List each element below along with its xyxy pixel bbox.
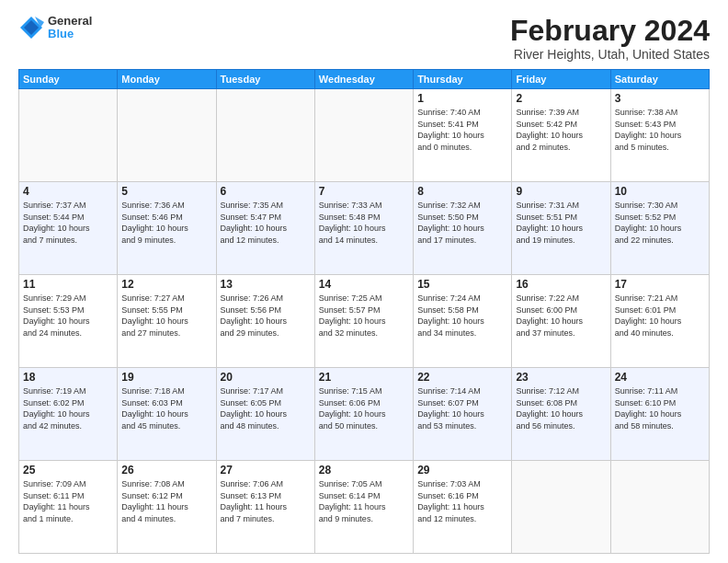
day-number: 5	[121, 185, 211, 198]
day-number: 14	[319, 278, 409, 291]
table-row	[216, 89, 314, 182]
table-row: 19Sunrise: 7:18 AM Sunset: 6:03 PM Dayli…	[118, 368, 216, 461]
day-number: 16	[516, 278, 606, 291]
day-number: 15	[417, 278, 507, 291]
table-row: 1Sunrise: 7:40 AM Sunset: 5:41 PM Daylig…	[414, 89, 512, 182]
day-detail: Sunrise: 7:37 AM Sunset: 5:44 PM Dayligh…	[23, 200, 113, 246]
day-detail: Sunrise: 7:08 AM Sunset: 6:12 PM Dayligh…	[121, 478, 211, 524]
table-row	[610, 461, 709, 554]
day-number: 24	[615, 371, 705, 384]
day-detail: Sunrise: 7:32 AM Sunset: 5:50 PM Dayligh…	[417, 200, 507, 246]
day-number: 2	[516, 92, 606, 105]
day-number: 4	[23, 185, 113, 198]
table-row: 2Sunrise: 7:39 AM Sunset: 5:42 PM Daylig…	[512, 89, 610, 182]
day-detail: Sunrise: 7:29 AM Sunset: 5:53 PM Dayligh…	[23, 293, 113, 339]
table-row: 4Sunrise: 7:37 AM Sunset: 5:44 PM Daylig…	[19, 182, 118, 275]
table-row	[512, 461, 610, 554]
calendar-subtitle: River Heights, Utah, United States	[510, 47, 710, 62]
table-row: 5Sunrise: 7:36 AM Sunset: 5:46 PM Daylig…	[118, 182, 216, 275]
table-row: 22Sunrise: 7:14 AM Sunset: 6:07 PM Dayli…	[414, 368, 512, 461]
calendar-week-row: 25Sunrise: 7:09 AM Sunset: 6:11 PM Dayli…	[19, 461, 710, 554]
header-wednesday: Wednesday	[314, 70, 413, 89]
day-detail: Sunrise: 7:14 AM Sunset: 6:07 PM Dayligh…	[417, 385, 507, 431]
day-detail: Sunrise: 7:21 AM Sunset: 6:01 PM Dayligh…	[615, 293, 705, 339]
day-detail: Sunrise: 7:11 AM Sunset: 6:10 PM Dayligh…	[615, 385, 705, 431]
day-detail: Sunrise: 7:05 AM Sunset: 6:14 PM Dayligh…	[319, 478, 409, 524]
table-row: 8Sunrise: 7:32 AM Sunset: 5:50 PM Daylig…	[414, 182, 512, 275]
day-number: 12	[121, 278, 211, 291]
table-row: 14Sunrise: 7:25 AM Sunset: 5:57 PM Dayli…	[314, 275, 413, 368]
table-row: 13Sunrise: 7:26 AM Sunset: 5:56 PM Dayli…	[216, 275, 314, 368]
day-number: 6	[221, 185, 311, 198]
table-row: 9Sunrise: 7:31 AM Sunset: 5:51 PM Daylig…	[512, 182, 610, 275]
day-detail: Sunrise: 7:40 AM Sunset: 5:41 PM Dayligh…	[417, 107, 507, 153]
table-row: 27Sunrise: 7:06 AM Sunset: 6:13 PM Dayli…	[216, 461, 314, 554]
day-detail: Sunrise: 7:36 AM Sunset: 5:46 PM Dayligh…	[121, 200, 211, 246]
calendar-header-row: Sunday Monday Tuesday Wednesday Thursday…	[19, 70, 710, 89]
day-detail: Sunrise: 7:03 AM Sunset: 6:16 PM Dayligh…	[417, 478, 507, 524]
day-number: 3	[615, 92, 705, 105]
logo-general-text: General	[48, 15, 92, 28]
day-detail: Sunrise: 7:15 AM Sunset: 6:06 PM Dayligh…	[319, 385, 409, 431]
calendar-week-row: 11Sunrise: 7:29 AM Sunset: 5:53 PM Dayli…	[19, 275, 710, 368]
day-number: 23	[516, 371, 606, 384]
table-row: 24Sunrise: 7:11 AM Sunset: 6:10 PM Dayli…	[610, 368, 709, 461]
day-number: 7	[319, 185, 409, 198]
calendar-week-row: 1Sunrise: 7:40 AM Sunset: 5:41 PM Daylig…	[19, 89, 710, 182]
table-row: 3Sunrise: 7:38 AM Sunset: 5:43 PM Daylig…	[610, 89, 709, 182]
calendar-title: February 2024	[510, 15, 710, 47]
table-row: 18Sunrise: 7:19 AM Sunset: 6:02 PM Dayli…	[19, 368, 118, 461]
day-number: 26	[121, 464, 211, 477]
day-detail: Sunrise: 7:26 AM Sunset: 5:56 PM Dayligh…	[221, 293, 311, 339]
calendar-table: Sunday Monday Tuesday Wednesday Thursday…	[18, 69, 710, 554]
table-row: 11Sunrise: 7:29 AM Sunset: 5:53 PM Dayli…	[19, 275, 118, 368]
table-row: 25Sunrise: 7:09 AM Sunset: 6:11 PM Dayli…	[19, 461, 118, 554]
day-number: 29	[417, 464, 507, 477]
day-number: 18	[23, 371, 113, 384]
table-row	[19, 89, 118, 182]
day-number: 28	[319, 464, 409, 477]
day-number: 20	[221, 371, 311, 384]
day-number: 13	[221, 278, 311, 291]
table-row: 17Sunrise: 7:21 AM Sunset: 6:01 PM Dayli…	[610, 275, 709, 368]
day-number: 11	[23, 278, 113, 291]
table-row: 28Sunrise: 7:05 AM Sunset: 6:14 PM Dayli…	[314, 461, 413, 554]
day-detail: Sunrise: 7:24 AM Sunset: 5:58 PM Dayligh…	[417, 293, 507, 339]
header-friday: Friday	[512, 70, 610, 89]
day-number: 21	[319, 371, 409, 384]
day-detail: Sunrise: 7:25 AM Sunset: 5:57 PM Dayligh…	[319, 293, 409, 339]
header-sunday: Sunday	[19, 70, 118, 89]
day-detail: Sunrise: 7:17 AM Sunset: 6:05 PM Dayligh…	[221, 385, 311, 431]
day-detail: Sunrise: 7:22 AM Sunset: 6:00 PM Dayligh…	[516, 293, 606, 339]
day-detail: Sunrise: 7:31 AM Sunset: 5:51 PM Dayligh…	[516, 200, 606, 246]
header-saturday: Saturday	[610, 70, 709, 89]
logo: General Blue	[18, 15, 92, 41]
logo-blue-text: Blue	[48, 28, 92, 40]
day-number: 1	[417, 92, 507, 105]
day-number: 22	[417, 371, 507, 384]
table-row	[314, 89, 413, 182]
day-detail: Sunrise: 7:27 AM Sunset: 5:55 PM Dayligh…	[121, 293, 211, 339]
header-tuesday: Tuesday	[216, 70, 314, 89]
day-detail: Sunrise: 7:18 AM Sunset: 6:03 PM Dayligh…	[121, 385, 211, 431]
day-number: 25	[23, 464, 113, 477]
day-detail: Sunrise: 7:19 AM Sunset: 6:02 PM Dayligh…	[23, 385, 113, 431]
day-detail: Sunrise: 7:09 AM Sunset: 6:11 PM Dayligh…	[23, 478, 113, 524]
day-number: 9	[516, 185, 606, 198]
table-row: 20Sunrise: 7:17 AM Sunset: 6:05 PM Dayli…	[216, 368, 314, 461]
table-row	[118, 89, 216, 182]
day-number: 10	[615, 185, 705, 198]
title-block: February 2024 River Heights, Utah, Unite…	[510, 15, 710, 62]
calendar-week-row: 4Sunrise: 7:37 AM Sunset: 5:44 PM Daylig…	[19, 182, 710, 275]
table-row: 29Sunrise: 7:03 AM Sunset: 6:16 PM Dayli…	[414, 461, 512, 554]
logo-icon	[18, 15, 44, 40]
day-detail: Sunrise: 7:12 AM Sunset: 6:08 PM Dayligh…	[516, 385, 606, 431]
table-row: 16Sunrise: 7:22 AM Sunset: 6:00 PM Dayli…	[512, 275, 610, 368]
table-row: 26Sunrise: 7:08 AM Sunset: 6:12 PM Dayli…	[118, 461, 216, 554]
table-row: 6Sunrise: 7:35 AM Sunset: 5:47 PM Daylig…	[216, 182, 314, 275]
day-detail: Sunrise: 7:33 AM Sunset: 5:48 PM Dayligh…	[319, 200, 409, 246]
day-number: 19	[121, 371, 211, 384]
table-row: 15Sunrise: 7:24 AM Sunset: 5:58 PM Dayli…	[414, 275, 512, 368]
table-row: 23Sunrise: 7:12 AM Sunset: 6:08 PM Dayli…	[512, 368, 610, 461]
day-number: 8	[417, 185, 507, 198]
